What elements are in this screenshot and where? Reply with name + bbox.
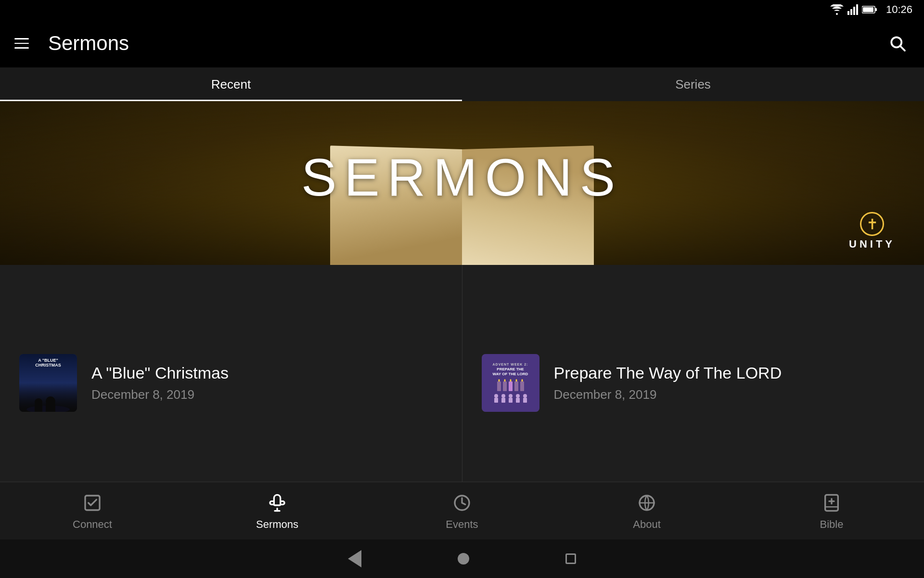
sermon-list: A "BLUE"CHRISTMAS A "Blue" Christmas Dec… <box>0 265 924 501</box>
page-title: Sermons <box>48 32 886 55</box>
app-bar: Sermons <box>0 19 924 67</box>
nav-item-bible[interactable]: Bible <box>739 491 924 531</box>
svg-rect-21 <box>516 398 520 403</box>
sermon-thumbnail: A "BLUE"CHRISTMAS <box>19 354 77 412</box>
sermon-title: Prepare The Way of The LORD <box>554 364 905 382</box>
nav-label-events: Events <box>446 518 478 531</box>
nav-label-sermons: Sermons <box>256 518 298 531</box>
svg-point-20 <box>516 394 520 398</box>
search-button[interactable] <box>886 31 910 55</box>
logo-text: UNITY <box>849 238 895 250</box>
wifi-icon <box>830 4 844 15</box>
tabs-bar: Recent Series <box>0 67 924 101</box>
about-icon <box>635 491 658 514</box>
svg-rect-13 <box>46 403 55 412</box>
status-icons: 10:26 <box>830 3 912 16</box>
svg-rect-23 <box>523 398 527 403</box>
thumb-top-label: ADVENT WEEK 2: <box>493 363 528 366</box>
sermon-info: Prepare The Way of The LORD December 8, … <box>554 364 905 402</box>
nav-item-sermons[interactable]: Sermons <box>185 491 370 531</box>
thumb-figures-icon <box>487 393 535 403</box>
unity-logo: ✝ UNITY <box>849 212 895 250</box>
system-nav-bar <box>0 539 924 578</box>
cross-icon: ✝ <box>866 216 878 233</box>
svg-rect-1 <box>850 9 852 15</box>
nav-item-connect[interactable]: Connect <box>0 491 185 531</box>
search-icon <box>889 35 906 52</box>
tab-recent[interactable]: Recent <box>0 67 462 101</box>
home-icon <box>458 553 469 565</box>
nav-label-connect: Connect <box>73 518 112 531</box>
svg-rect-15 <box>494 398 498 403</box>
svg-point-18 <box>509 394 513 398</box>
thumb-scene-icon <box>24 388 72 412</box>
tab-series[interactable]: Series <box>462 67 924 101</box>
back-icon <box>348 550 361 567</box>
recents-icon <box>565 553 576 564</box>
svg-rect-19 <box>509 398 513 403</box>
nav-item-events[interactable]: Events <box>370 491 554 531</box>
bottom-nav: Connect Sermons Events <box>0 482 924 539</box>
sermon-item[interactable]: ADVENT WEEK 2: PREPARE THEWAY OF THE LOR… <box>462 265 924 501</box>
menu-button[interactable] <box>14 31 38 55</box>
sermons-icon <box>266 491 289 514</box>
thumb-main-title: PREPARE THEWAY OF THE LORD <box>493 367 528 376</box>
nav-item-about[interactable]: About <box>554 491 739 531</box>
svg-point-16 <box>501 394 505 398</box>
svg-point-22 <box>523 394 527 398</box>
svg-rect-17 <box>501 398 505 403</box>
svg-rect-0 <box>847 11 849 15</box>
hero-banner: SERMONS ✝ UNITY <box>0 101 924 265</box>
status-bar: 10:26 <box>0 0 924 19</box>
nav-label-about: About <box>633 518 661 531</box>
hero-title: SERMONS <box>301 146 623 208</box>
sermon-item[interactable]: A "BLUE"CHRISTMAS A "Blue" Christmas Dec… <box>0 265 462 501</box>
svg-rect-6 <box>863 7 873 12</box>
sermon-date: December 8, 2019 <box>91 387 443 402</box>
battery-icon <box>862 5 877 14</box>
svg-rect-12 <box>35 404 42 412</box>
sermon-title: A "Blue" Christmas <box>91 364 443 382</box>
advent-candles <box>497 381 524 391</box>
signal-icon <box>847 4 858 15</box>
svg-point-14 <box>494 394 498 398</box>
thumb-label: A "BLUE"CHRISTMAS <box>23 358 73 368</box>
connect-icon <box>81 491 104 514</box>
events-icon <box>450 491 474 514</box>
status-time: 10:26 <box>886 3 912 16</box>
sermon-thumbnail: ADVENT WEEK 2: PREPARE THEWAY OF THE LOR… <box>482 354 539 412</box>
recents-button[interactable] <box>565 553 576 564</box>
back-button[interactable] <box>348 550 361 567</box>
svg-rect-3 <box>856 4 858 15</box>
sermon-info: A "Blue" Christmas December 8, 2019 <box>91 364 443 402</box>
svg-rect-5 <box>875 8 877 11</box>
home-button[interactable] <box>458 553 469 565</box>
svg-rect-2 <box>853 7 855 15</box>
bible-icon <box>820 491 843 514</box>
svg-line-8 <box>900 46 905 51</box>
nav-label-bible: Bible <box>820 518 844 531</box>
sermon-date: December 8, 2019 <box>554 387 905 402</box>
